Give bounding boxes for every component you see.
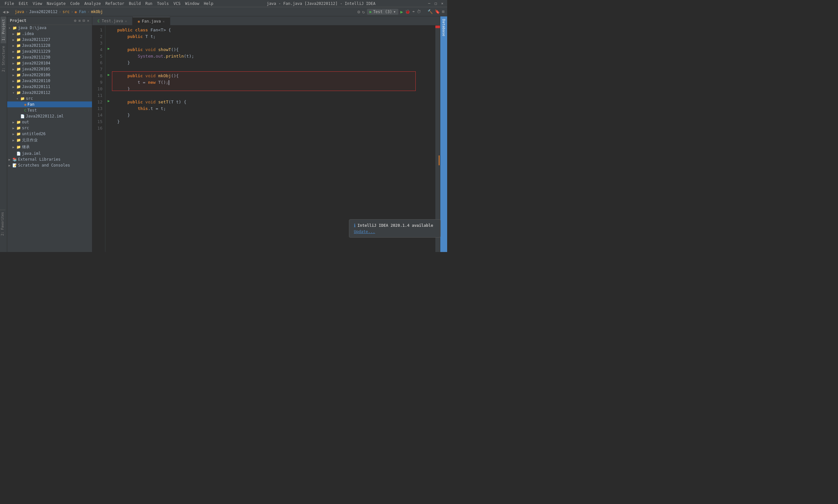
code-line-16[interactable] xyxy=(117,125,435,131)
list-item[interactable]: ▾ 📁 Java20220112 xyxy=(7,90,92,95)
run-gutter-mkObj[interactable]: ▶ xyxy=(108,73,110,77)
code-line-3[interactable] xyxy=(117,40,435,47)
tab-fan-close[interactable]: ✕ xyxy=(163,20,165,23)
list-item[interactable]: ▶ 📁 java20211229 xyxy=(7,49,92,54)
breadcrumb-module[interactable]: Java20220112 xyxy=(29,10,58,14)
menu-tools[interactable]: Tools xyxy=(155,1,171,6)
code-line-14[interactable]: } xyxy=(117,112,435,119)
code-line-11[interactable] xyxy=(117,92,435,99)
code-line-5[interactable]: System.out.println(t); xyxy=(117,53,435,59)
maximize-button[interactable]: □ xyxy=(433,1,438,6)
list-item[interactable]: 📄 Java20220112.iml xyxy=(7,113,92,119)
update-icon[interactable]: ↻ xyxy=(362,9,365,14)
line-numbers: 1 2 3 4 5 6 7 8 9 10 11 12 13 14 15 16 xyxy=(92,25,105,252)
forward-button[interactable]: ▶ xyxy=(6,9,9,14)
breadcrumb-src[interactable]: src xyxy=(63,10,70,14)
menu-bar[interactable]: File Edit View Navigate Code Analyze Ref… xyxy=(3,1,215,6)
favorites-tab[interactable]: 2: Favorites xyxy=(0,210,5,238)
code-content-wrapper[interactable]: public class Fan<T> { public T t; public… xyxy=(112,25,435,252)
tab-test-close[interactable]: ✕ xyxy=(125,19,127,23)
list-item[interactable]: ▶ 📁 元旦作业 xyxy=(7,137,92,144)
menu-file[interactable]: File xyxy=(3,1,16,6)
close-button[interactable]: ✕ xyxy=(440,1,445,6)
layout-button[interactable]: ⊞ xyxy=(442,9,445,14)
list-item[interactable]: ▶ 📁 Java20211230 xyxy=(7,54,92,60)
tab-fan[interactable]: ◉ Fan.java ✕ xyxy=(132,17,170,25)
tab-test-label: Test.java xyxy=(102,19,123,23)
breadcrumb-java[interactable]: java xyxy=(15,10,24,14)
profile-button[interactable]: ⏱ xyxy=(417,9,421,14)
code-line-7[interactable] xyxy=(117,66,435,73)
database-tab[interactable]: Database xyxy=(441,16,446,39)
menu-code[interactable]: Code xyxy=(68,1,82,6)
code-line-15[interactable]: } xyxy=(117,119,435,125)
tree-test-file[interactable]: C Test xyxy=(7,107,92,113)
menu-view[interactable]: View xyxy=(31,1,44,6)
panel-settings-icon[interactable]: ⚙ xyxy=(74,18,76,23)
structure-tab[interactable]: 2: Structure xyxy=(1,43,6,74)
list-item[interactable]: ▶ 📁 java20220104 xyxy=(7,60,92,66)
code-content[interactable]: public class Fan<T> { public T t; public… xyxy=(112,25,435,133)
build-button[interactable]: 🔨 xyxy=(428,9,433,14)
panel-close-icon[interactable]: ✕ xyxy=(87,18,89,23)
menu-refactor[interactable]: Refactor xyxy=(104,1,126,6)
menu-edit[interactable]: Edit xyxy=(17,1,30,6)
tree-external-libraries[interactable]: ▶ 📚 External Libraries xyxy=(7,157,92,162)
code-line-13[interactable]: this.t = t; xyxy=(117,105,435,112)
list-item[interactable]: ▶ 📁 Java20220106 xyxy=(7,72,92,78)
list-item[interactable]: ▶ 📁 Java20220110 xyxy=(7,78,92,84)
update-link[interactable]: Update... xyxy=(354,230,375,234)
run-gutter-setT[interactable]: ▶ xyxy=(108,99,110,103)
menu-run[interactable]: Run xyxy=(143,1,155,6)
list-item[interactable]: ▶ 📁 untitled26 xyxy=(7,131,92,137)
code-line-10[interactable]: } xyxy=(117,86,435,92)
list-item[interactable]: ▶ 📁 out xyxy=(7,119,92,125)
panel-collapse-icon[interactable]: ≡ xyxy=(78,18,81,23)
run-config-dropdown[interactable]: ▾ xyxy=(393,10,396,14)
code-line-8[interactable]: public void mkObj(){ xyxy=(117,73,435,79)
window-controls[interactable]: ─ □ ✕ xyxy=(427,1,445,6)
breadcrumb-fan[interactable]: ◉ Fan xyxy=(75,10,86,14)
list-item[interactable]: ▶ 📁 Java20211227 xyxy=(7,37,92,42)
tree-fan-file[interactable]: ◉ Fan xyxy=(7,102,92,107)
code-line-2[interactable]: public T t; xyxy=(117,33,435,40)
debug-button[interactable]: 🐞 xyxy=(405,9,410,14)
menu-navigate[interactable]: Navigate xyxy=(45,1,68,6)
back-button[interactable]: ◀ xyxy=(3,9,5,14)
bookmark-button[interactable]: 🔖 xyxy=(435,9,440,14)
code-line-12[interactable]: public void setT(T t) { xyxy=(117,99,435,105)
menu-analyze[interactable]: Analyze xyxy=(82,1,103,6)
menu-vcs[interactable]: VCS xyxy=(172,1,183,6)
list-item[interactable]: ▶ 📁 java20220105 xyxy=(7,66,92,72)
settings-icon[interactable]: ⚙ xyxy=(357,9,360,14)
code-line-1[interactable]: public class Fan<T> { xyxy=(117,27,435,33)
list-item[interactable]: ▶ 📁 .idea xyxy=(7,31,92,37)
tree-scratches[interactable]: ▶ 📝 Scratches and Consoles xyxy=(7,162,92,168)
panel-icons[interactable]: ⚙ ≡ ⊟ ✕ xyxy=(74,18,89,23)
list-item[interactable]: 📄 java.iml xyxy=(7,150,92,157)
list-item[interactable]: ▶ 📁 src xyxy=(7,125,92,131)
line-num-13: 13 xyxy=(92,105,103,112)
list-item[interactable]: ▶ 📁 Java20211228 xyxy=(7,42,92,49)
code-line-6[interactable]: } xyxy=(117,59,435,66)
coverage-button[interactable]: ☂ xyxy=(412,9,415,14)
project-tab[interactable]: 1: Project xyxy=(1,16,6,43)
tree-root[interactable]: ▾ 📁 java D:\java xyxy=(7,25,92,31)
list-item[interactable]: ▾ 📁 src xyxy=(7,95,92,102)
line-num-8: 8 xyxy=(92,73,103,79)
breadcrumb-mkobj[interactable]: mkObj xyxy=(91,10,103,14)
menu-window[interactable]: Window xyxy=(183,1,201,6)
code-line-9[interactable]: t = new T(); xyxy=(117,79,435,86)
run-gutter-showT[interactable]: ▶ xyxy=(108,47,110,51)
list-item[interactable]: ▶ 📁 继承 xyxy=(7,144,92,150)
run-button[interactable]: ▶ xyxy=(400,9,403,14)
menu-help[interactable]: Help xyxy=(202,1,215,6)
list-item[interactable]: ▶ 📁 Java20220111 xyxy=(7,84,92,90)
panel-gear-icon[interactable]: ⊟ xyxy=(83,18,85,23)
tab-test[interactable]: C Test.java ✕ xyxy=(92,17,132,25)
code-line-4[interactable]: public void showT(){ xyxy=(117,47,435,53)
run-config[interactable]: ▶ Test (3) ▾ xyxy=(367,9,398,15)
main-layout: 1: Project 2: Structure Project ⚙ ≡ ⊟ ✕ … xyxy=(0,16,447,252)
minimize-button[interactable]: ─ xyxy=(427,1,431,6)
menu-build[interactable]: Build xyxy=(127,1,143,6)
